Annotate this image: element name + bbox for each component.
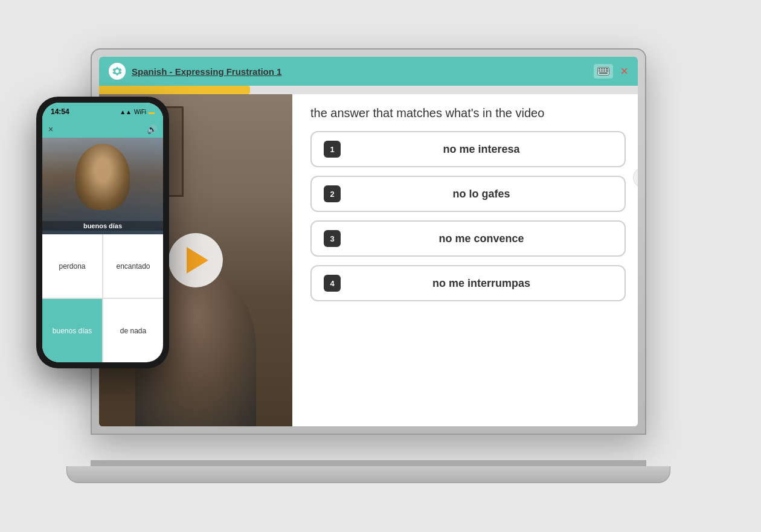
laptop-body: Spanish - Expressing Frustration 1	[91, 48, 646, 435]
question-section: the answer that matches what's in the vi…	[292, 94, 638, 426]
phone-face	[75, 144, 130, 210]
laptop: Spanish - Expressing Frustration 1	[91, 48, 646, 483]
phone-answers-grid: perdona encantado buenos días de nada	[42, 234, 163, 362]
phone: 14:54 ▲▲ WiFi ▬ × 🔊 buenos días	[36, 97, 169, 368]
phone-battery-icon: ▬	[149, 109, 155, 115]
phone-screen: 14:54 ▲▲ WiFi ▬ × 🔊 buenos días	[42, 103, 163, 362]
answer-num-3: 3	[324, 230, 341, 247]
laptop-base	[66, 466, 670, 483]
svg-rect-5	[606, 68, 608, 69]
play-button[interactable]	[169, 233, 223, 287]
close-button[interactable]: ×	[620, 63, 628, 79]
svg-rect-10	[599, 72, 608, 74]
content-area: the answer that matches what's in the vi…	[99, 94, 638, 426]
laptop-screen: Spanish - Expressing Frustration 1	[99, 57, 638, 426]
answer-text-4: no me interrumpas	[350, 277, 612, 290]
question-text: the answer that matches what's in the vi…	[310, 106, 626, 120]
scene: Spanish - Expressing Frustration 1	[0, 0, 761, 532]
phone-answer-2[interactable]: encantado	[103, 234, 163, 298]
phone-signal-icon: ▲▲	[120, 109, 132, 115]
svg-point-0	[115, 69, 119, 73]
svg-rect-7	[601, 71, 603, 72]
app-header: Spanish - Expressing Frustration 1	[99, 57, 638, 86]
svg-rect-3	[601, 68, 603, 69]
app-logo	[109, 63, 126, 80]
progress-bar-fill	[99, 86, 250, 94]
answer-item-3[interactable]: 3 no me convence	[310, 220, 626, 257]
svg-rect-6	[599, 71, 600, 72]
phone-status-icons: ▲▲ WiFi ▬	[120, 109, 155, 115]
answer-item-4[interactable]: 4 no me interrumpas	[310, 265, 626, 301]
sidebar-actions: ? I don't know ⚡ ✓	[633, 112, 638, 225]
phone-answer-text-2: encantado	[116, 262, 150, 271]
phone-answer-3[interactable]: buenos días	[42, 298, 103, 362]
answer-item-2[interactable]: 2 no lo gafes	[310, 176, 626, 212]
svg-rect-4	[603, 68, 605, 69]
phone-wifi-icon: WiFi	[134, 109, 146, 115]
play-triangle-icon	[187, 247, 208, 274]
answer-text-1: no me interesa	[350, 143, 612, 156]
lightning-button[interactable]: ⚡	[633, 167, 638, 188]
phone-speaker-button[interactable]: 🔊	[147, 124, 157, 134]
side-icons-row: ⚡ ✓	[633, 167, 638, 188]
app-title: Spanish - Expressing Frustration 1	[132, 66, 281, 77]
answer-num-1: 1	[324, 141, 341, 158]
phone-answer-text-3: buenos días	[53, 327, 92, 335]
svg-rect-2	[599, 68, 600, 69]
phone-app-bar: × 🔊	[42, 121, 163, 138]
answer-text-2: no lo gafes	[350, 188, 612, 200]
answer-text-3: no me convence	[350, 232, 612, 245]
keyboard-icon[interactable]	[594, 64, 613, 79]
answer-item-1[interactable]: 1 no me interesa	[310, 131, 626, 167]
answers-list: 1 no me interesa 2 no lo gafes 3 no me c…	[310, 131, 626, 301]
phone-answer-text-4: de nada	[120, 327, 146, 335]
phone-subtitle: buenos días	[42, 221, 163, 231]
phone-answer-4[interactable]: de nada	[103, 298, 163, 362]
phone-status-bar: 14:54 ▲▲ WiFi ▬	[42, 103, 163, 121]
app-header-right: ×	[594, 63, 628, 79]
answer-num-2: 2	[324, 185, 341, 202]
svg-rect-9	[606, 71, 608, 72]
answer-num-4: 4	[324, 275, 341, 292]
phone-time: 14:54	[51, 107, 69, 116]
laptop-hinge	[91, 460, 646, 466]
phone-video: buenos días	[42, 138, 163, 234]
svg-rect-8	[603, 71, 605, 72]
progress-bar-container	[99, 86, 638, 94]
phone-answer-text-1: perdona	[59, 262, 85, 271]
phone-answer-1[interactable]: perdona	[42, 234, 103, 298]
phone-close-button[interactable]: ×	[48, 124, 53, 134]
